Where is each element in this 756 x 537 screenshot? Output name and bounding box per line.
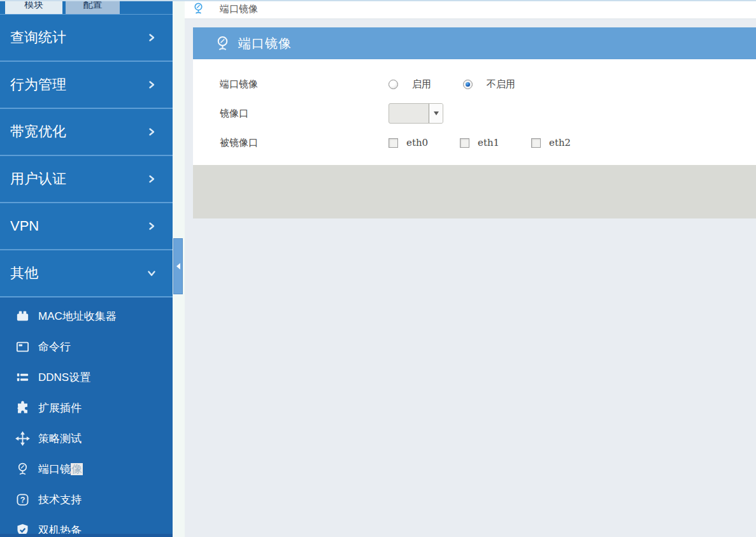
sidebar-item-label: 行为管理	[10, 75, 66, 94]
tab-module[interactable]: 模块	[5, 0, 62, 14]
collapse-arrow-left-icon	[176, 263, 180, 269]
sidebar-item-label: 扩展插件	[38, 401, 82, 415]
port-mirror-label: 端口镜像	[220, 78, 389, 90]
sidebar-bottom-strip	[0, 534, 173, 537]
select-dropdown-button[interactable]	[429, 104, 443, 123]
sidebar-item-user-auth[interactable]: 用户认证	[0, 156, 173, 203]
panel-footer-band	[193, 165, 756, 218]
sidebar-item-mac-collector[interactable]: MAC地址收集器	[0, 301, 173, 331]
mirror-icon	[192, 2, 205, 15]
chevron-down-icon	[147, 269, 156, 278]
sidebar-item-label: 带宽优化	[10, 122, 66, 141]
sidebar-item-vpn[interactable]: VPN	[0, 203, 173, 250]
chevron-right-icon	[147, 175, 156, 183]
sidebar-item-label: VPN	[10, 218, 39, 234]
port-mirror-label-prefix: 端口镜	[38, 463, 71, 475]
sidebar: 模块 配置 查询统计 行为管理 带宽优化 用户认证	[0, 0, 173, 537]
mirrored-ports-checkboxes: eth0 eth1 eth2	[389, 137, 603, 148]
chevron-right-icon	[147, 33, 156, 42]
sidebar-item-bandwidth-opt[interactable]: 带宽优化	[0, 109, 173, 156]
form-row-mirrored-ports: 被镜像口 eth0 eth1	[220, 128, 756, 157]
sidebar-item-label: DDNS设置	[38, 370, 90, 385]
tab-config-label: 配置	[83, 0, 103, 10]
sidebar-collapse-handle[interactable]	[173, 238, 183, 294]
form-row-mirror-port: 镜像口	[220, 99, 756, 128]
chevron-right-icon	[147, 127, 156, 136]
radio-group-disable: 不启用	[463, 78, 515, 90]
sidebar-item-label: 技术支持	[38, 492, 82, 507]
eth0-checkbox[interactable]	[389, 138, 398, 148]
sidebar-item-query-stats[interactable]: 查询统计	[0, 15, 173, 62]
checkbox-group-eth2: eth2	[531, 137, 603, 148]
breadcrumb: 端口镜像	[185, 0, 756, 19]
sidebar-item-ddns-settings[interactable]: DDNS设置	[0, 362, 173, 392]
chevron-right-icon	[147, 222, 156, 231]
eth1-label: eth1	[478, 137, 499, 148]
sidebar-item-label: 命令行	[38, 340, 71, 354]
policy-test-icon	[15, 431, 30, 446]
mirror-port-label: 镜像口	[220, 108, 389, 120]
port-mirror-panel: 端口镜像 端口镜像 启用 不启用	[193, 27, 756, 218]
sidebar-item-label: 策略测试	[38, 431, 82, 446]
caret-down-icon	[434, 111, 439, 115]
sidebar-item-others[interactable]: 其他	[0, 250, 173, 297]
chevron-right-icon	[147, 80, 156, 89]
main-menu: 查询统计 行为管理 带宽优化 用户认证 VPN 其他	[0, 14, 173, 297]
mirror-port-controls	[389, 103, 443, 124]
enable-radio-label: 启用	[412, 78, 431, 90]
window-top-edge	[0, 0, 756, 1]
terminal-icon	[15, 340, 30, 354]
panel-body: 端口镜像 启用 不启用	[193, 59, 756, 165]
tab-module-label: 模块	[24, 0, 43, 10]
disable-radio-label: 不启用	[487, 78, 515, 90]
sidebar-item-command-line[interactable]: 命令行	[0, 331, 173, 362]
form-row-port-mirror: 端口镜像 启用 不启用	[220, 69, 756, 99]
breadcrumb-title: 端口镜像	[220, 3, 258, 15]
sidebar-item-label: 查询统计	[10, 28, 66, 47]
mirrored-ports-label: 被镜像口	[220, 137, 389, 149]
checkbox-group-eth1: eth1	[460, 137, 531, 148]
sidebar-item-label: 其他	[10, 264, 38, 283]
mirror-port-select[interactable]	[389, 103, 443, 124]
port-mirror-radios: 启用 不启用	[389, 78, 547, 90]
sidebar-item-label: 端口镜像	[38, 462, 83, 476]
app-window: 模块 配置 查询统计 行为管理 带宽优化 用户认证	[0, 0, 756, 537]
main-area: 端口镜像 端口镜像 端口镜像 启用	[185, 0, 756, 537]
ddns-icon	[15, 370, 30, 385]
sidebar-item-extension-plugins[interactable]: 扩展插件	[0, 392, 173, 423]
disable-radio[interactable]	[463, 80, 473, 89]
port-mirror-label-selected-char: 像	[71, 463, 83, 475]
others-submenu: MAC地址收集器 命令行 DDNS设置 扩展插件 策略测试 端口镜像	[0, 297, 173, 537]
panel-title: 端口镜像	[238, 35, 292, 52]
mirror-icon	[214, 35, 231, 52]
eth2-label: eth2	[549, 137, 571, 148]
tab-config[interactable]: 配置	[66, 0, 120, 14]
sidebar-tabs: 模块 配置	[0, 0, 173, 14]
eth2-checkbox[interactable]	[531, 138, 541, 148]
sidebar-item-label: MAC地址收集器	[38, 309, 117, 324]
svg-text:?: ?	[20, 496, 25, 505]
panel-header: 端口镜像	[193, 27, 756, 59]
mirror-port-select-value	[389, 104, 429, 123]
radio-group-enable: 启用	[389, 78, 431, 90]
mac-address-collector-icon	[15, 309, 30, 324]
mirror-icon	[15, 462, 30, 476]
sidebar-item-behavior-mgmt[interactable]: 行为管理	[0, 62, 173, 109]
eth0-label: eth0	[406, 137, 428, 148]
support-icon: ?	[15, 492, 30, 507]
sidebar-item-port-mirror[interactable]: 端口镜像	[0, 454, 173, 484]
plugin-icon	[15, 401, 30, 415]
enable-radio[interactable]	[389, 80, 398, 89]
checkbox-group-eth0: eth0	[389, 137, 460, 148]
sidebar-item-label: 用户认证	[10, 169, 66, 189]
sidebar-item-tech-support[interactable]: ? 技术支持	[0, 484, 173, 515]
content: 端口镜像 端口镜像 启用 不启用	[185, 19, 756, 537]
sidebar-item-policy-test[interactable]: 策略测试	[0, 423, 173, 454]
eth1-checkbox[interactable]	[460, 138, 469, 148]
